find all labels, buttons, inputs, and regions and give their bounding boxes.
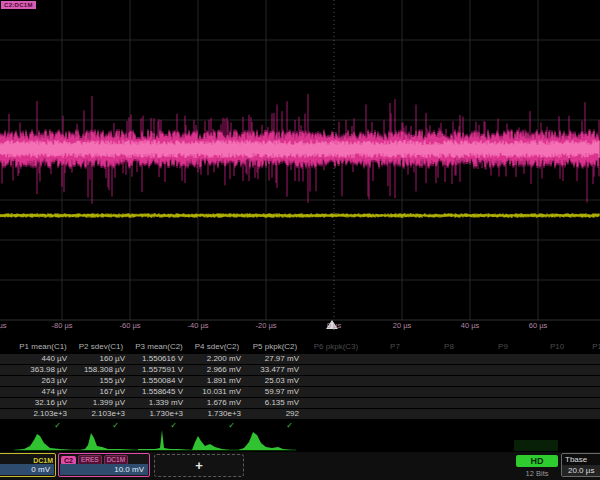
meas-value: 1.550616 V bbox=[130, 354, 188, 364]
bottom-bar: DC1M 0 mV C2 ERES DC1M 10.0 mV + HD 12 B… bbox=[0, 452, 600, 480]
histicon-p2[interactable] bbox=[80, 433, 135, 450]
time-axis-label: 60 µs bbox=[516, 321, 560, 330]
meas-header-p11[interactable]: P11 bbox=[584, 340, 600, 354]
meas-value: 2.103e+3 bbox=[14, 409, 72, 419]
graticule-and-traces bbox=[0, 0, 600, 335]
meas-row: 263 µV155 µV1.550084 V1.891 mV25.03 mV bbox=[0, 376, 600, 386]
meas-value: 440 µV bbox=[14, 354, 72, 364]
meas-header-p1[interactable]: P1 mean(C1) bbox=[14, 340, 72, 354]
meas-value: 474 µV bbox=[14, 387, 72, 397]
histicon-p4[interactable] bbox=[192, 436, 230, 450]
time-axis-label: 40 µs bbox=[448, 321, 492, 330]
c2-scale-value: 10.0 mV bbox=[60, 464, 148, 475]
meas-value: 160 µV bbox=[72, 354, 130, 364]
meas-header-p4[interactable]: P4 sdev(C2) bbox=[188, 340, 246, 354]
channel-c2-descriptor[interactable]: C2 ERES DC1M 10.0 mV bbox=[58, 453, 150, 477]
meas-header-p9[interactable]: P9 bbox=[476, 340, 530, 354]
channel-c1-descriptor[interactable]: DC1M 0 mV bbox=[0, 453, 56, 477]
meas-value: 1.557591 V bbox=[130, 365, 188, 375]
c1-scale-value: 0 mV bbox=[0, 464, 54, 475]
timebase-box[interactable]: Tbase 20.0 µs bbox=[561, 453, 600, 477]
meas-value: 363.98 µV bbox=[14, 365, 72, 375]
meas-value: 10.031 mV bbox=[188, 387, 246, 397]
plus-icon: + bbox=[195, 458, 203, 473]
time-axis-label: -60 µs bbox=[108, 321, 152, 330]
meas-value: 59.97 mV bbox=[246, 387, 304, 397]
meas-value: 32.16 µV bbox=[14, 398, 72, 408]
meas-header-p8[interactable]: P8 bbox=[422, 340, 476, 354]
meas-header-p10[interactable]: P10 bbox=[530, 340, 584, 354]
meas-header-p7[interactable]: P7 bbox=[368, 340, 422, 354]
time-axis: -100 µs-80 µs-60 µs-40 µs-20 µs0 µs20 µs… bbox=[0, 321, 600, 333]
hd-bits-label: 12 Bits bbox=[516, 469, 558, 478]
time-axis-label: -40 µs bbox=[176, 321, 220, 330]
meas-value: 2.966 mV bbox=[188, 365, 246, 375]
meas-value: 1.730e+3 bbox=[188, 409, 246, 419]
timebase-value: 20.0 µs bbox=[562, 465, 600, 476]
meas-row: 440 µV160 µV1.550616 V2.200 mV27.97 mV bbox=[0, 354, 600, 364]
meas-header-p3[interactable]: P3 mean(C2) bbox=[130, 340, 188, 354]
meas-value: 1.730e+3 bbox=[130, 409, 188, 419]
meas-value: 1.558645 V bbox=[130, 387, 188, 397]
time-axis-label: 20 µs bbox=[380, 321, 424, 330]
time-axis-label: -80 µs bbox=[40, 321, 84, 330]
histicon-p1[interactable] bbox=[15, 434, 72, 450]
meas-value: 1.676 mV bbox=[188, 398, 246, 408]
measurement-table[interactable]: P1 mean(C1)P2 sdev(C1)P3 mean(C2)P4 sdev… bbox=[0, 340, 600, 431]
hd-badge-glow bbox=[514, 440, 558, 451]
oscilloscope-screen: C2:DC1M -100 µs-80 µs-60 µs-40 µs-20 µs0… bbox=[0, 0, 600, 480]
meas-value: 1.339 mV bbox=[130, 398, 188, 408]
meas-value: 263 µV bbox=[14, 376, 72, 386]
histicon-p5[interactable] bbox=[238, 432, 292, 450]
meas-value: 2.200 mV bbox=[188, 354, 246, 364]
time-axis-label: -20 µs bbox=[244, 321, 288, 330]
meas-row: 2.103e+32.103e+31.730e+31.730e+3292 bbox=[0, 409, 600, 419]
meas-header-p6[interactable]: P6 pkpk(C3) bbox=[304, 340, 368, 354]
meas-row: 32.16 µV1.399 µV1.339 mV1.676 mV6.135 mV bbox=[0, 398, 600, 408]
measurement-histicons[interactable] bbox=[0, 429, 600, 451]
histicon-p3[interactable] bbox=[138, 430, 190, 450]
meas-value: 1.550084 V bbox=[130, 376, 188, 386]
c1-waveform-trace[interactable] bbox=[0, 213, 599, 217]
meas-header-p2[interactable]: P2 sdev(C1) bbox=[72, 340, 130, 354]
meas-value: 25.03 mV bbox=[246, 376, 304, 386]
time-axis-label: 0 µs bbox=[312, 321, 356, 330]
waveform-grid[interactable]: C2:DC1M -100 µs-80 µs-60 µs-40 µs-20 µs0… bbox=[0, 0, 600, 335]
hd-mode-badge: HD bbox=[516, 455, 558, 467]
c1-coupling-label: DC1M bbox=[33, 457, 53, 464]
meas-value: 33.477 mV bbox=[246, 365, 304, 375]
meas-header-p5[interactable]: P5 pkpk(C2) bbox=[246, 340, 304, 354]
meas-value: 1.891 mV bbox=[188, 376, 246, 386]
meas-value: 2.103e+3 bbox=[72, 409, 130, 419]
meas-value: 155 µV bbox=[72, 376, 130, 386]
meas-row: 474 µV167 µV1.558645 V10.031 mV59.97 mV bbox=[0, 387, 600, 397]
meas-value: 292 bbox=[246, 409, 304, 419]
meas-value: 167 µV bbox=[72, 387, 130, 397]
add-trace-button[interactable]: + bbox=[154, 454, 244, 477]
trace-annotation-badge: C2:DC1M bbox=[1, 1, 36, 9]
meas-value: 158.308 µV bbox=[72, 365, 130, 375]
meas-row: 363.98 µV158.308 µV1.557591 V2.966 mV33.… bbox=[0, 365, 600, 375]
meas-value: 6.135 mV bbox=[246, 398, 304, 408]
timebase-label: Tbase bbox=[562, 454, 600, 465]
meas-value: 1.399 µV bbox=[72, 398, 130, 408]
meas-value: 27.97 mV bbox=[246, 354, 304, 364]
time-axis-label: -100 µs bbox=[0, 321, 16, 330]
